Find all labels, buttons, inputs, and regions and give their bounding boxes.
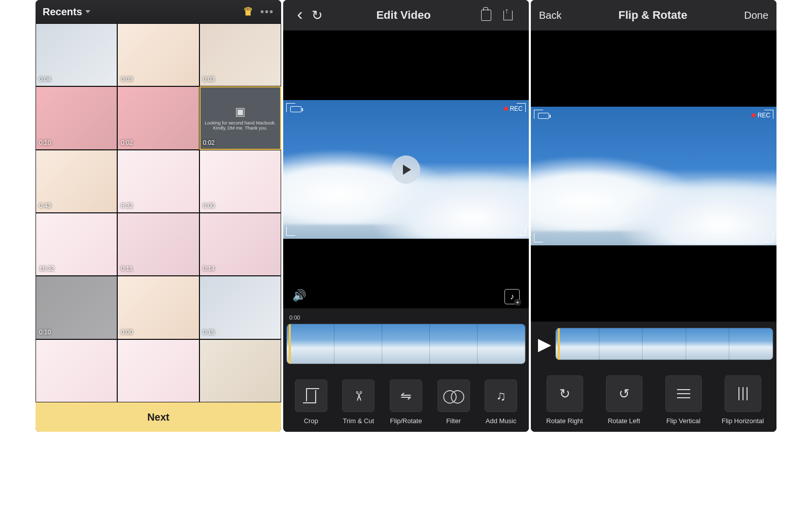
thumb-duration: 0:04 (39, 76, 51, 83)
tool-flip-vertical[interactable]: Flip Vertical (661, 375, 706, 425)
thumb-duration: 0:00 (121, 329, 132, 336)
gallery-thumb[interactable]: 0:10 (36, 276, 117, 339)
tool-filter[interactable]: Filter (433, 379, 475, 425)
tool-label: Crop (304, 417, 318, 425)
thumb-duration: 8:00 (203, 202, 215, 209)
thumb-duration: 0:15 (203, 329, 215, 336)
tool-label: Rotate Left (608, 417, 640, 425)
gallery-thumb[interactable]: 8:00 (199, 150, 281, 213)
video-preview[interactable]: REC 🔊 ♪ (283, 30, 529, 308)
timeline-cursor[interactable] (289, 324, 291, 364)
thumb-duration: 0:10 (39, 139, 51, 146)
next-button[interactable]: Next (36, 402, 281, 432)
thumb-duration: 0:43 (39, 202, 51, 209)
add-music-icon[interactable]: ♪ (504, 289, 520, 304)
thumb-duration: 0:02 (203, 139, 215, 146)
tool-label: Rotate Right (546, 417, 583, 425)
edit-tool-row: CropTrim & CutFlip/RotateFilterAdd Music (283, 368, 529, 432)
tool-label: Flip Horizontal (722, 417, 764, 425)
battery-icon (538, 113, 549, 119)
timeline[interactable] (286, 324, 526, 364)
battery-icon (290, 106, 301, 112)
panel-edit-video: Edit Video REC 🔊 ♪ 0:00 Cro (283, 0, 529, 432)
tool-rotate-right[interactable]: Rotate Right (543, 375, 587, 425)
tool-label: Flip Vertical (666, 417, 700, 425)
thumb-duration: 0:03 (121, 76, 132, 83)
flip-icon (400, 388, 412, 404)
timeline-area: 0:00 (283, 308, 529, 368)
app-three-panel-layout: Recents ♛ ••• 0:040:030:020:100:02▣Looki… (36, 0, 776, 432)
fr-timeline-area: ▶ (531, 322, 776, 364)
crown-premium-icon[interactable]: ♛ (243, 5, 253, 18)
thumb-duration: 0:14 (203, 265, 215, 272)
thumb-duration: 0:10 (39, 329, 51, 336)
bag-icon[interactable] (481, 10, 498, 21)
album-title: Recents (43, 6, 82, 18)
gallery-thumb[interactable]: 0:04 (36, 23, 117, 86)
edit-topbar: Edit Video (283, 0, 529, 30)
volume-icon[interactable]: 🔊 (292, 289, 306, 304)
thumb-duration: 8:32 (121, 202, 132, 209)
tool-flip-horizontal[interactable]: Flip Horizontal (721, 375, 765, 425)
gallery-thumb[interactable]: 0:03 (117, 23, 199, 86)
gallery-thumb[interactable]: 0:00 (117, 276, 199, 339)
gallery-thumb[interactable] (36, 339, 117, 402)
rotl-icon (619, 386, 630, 402)
panel-gallery: Recents ♛ ••• 0:040:030:020:100:02▣Looki… (36, 0, 281, 432)
reload-icon[interactable] (309, 8, 326, 23)
filter-icon (443, 388, 465, 404)
gallery-thumb[interactable]: 0:15 (199, 276, 281, 339)
thumb-duration: 0:02 (203, 76, 215, 83)
gallery-thumb[interactable] (117, 339, 199, 402)
video-frame: REC (283, 100, 529, 238)
gallery-thumb[interactable]: 0:02 (199, 23, 281, 86)
fr-timeline-cursor[interactable] (558, 328, 560, 360)
gallery-header: Recents ♛ ••• (36, 0, 281, 23)
fr-timeline[interactable] (555, 328, 773, 360)
gallery-thumb[interactable]: 0:11 (117, 213, 199, 276)
tool-label: Flip/Rotate (390, 417, 422, 425)
rotr-icon (559, 386, 570, 402)
tool-label: Add Music (486, 417, 517, 425)
thumb-duration: 16:32 (39, 265, 54, 272)
cut-icon (353, 388, 364, 404)
edit-title: Edit Video (326, 9, 481, 22)
back-icon[interactable] (291, 8, 309, 23)
chevron-down-icon (85, 10, 90, 13)
tool-rotate-left[interactable]: Rotate Left (602, 375, 647, 425)
gallery-thumb[interactable] (199, 339, 281, 402)
tool-label: Filter (446, 417, 461, 425)
tool-flip-rotate[interactable]: Flip/Rotate (385, 379, 427, 425)
crop-icon (303, 390, 319, 401)
rec-indicator: REC (752, 112, 770, 119)
play-button[interactable] (392, 155, 420, 184)
tool-crop[interactable]: Crop (290, 379, 332, 425)
gallery-thumb[interactable]: 0:14 (199, 213, 281, 276)
tool-add-music[interactable]: Add Music (480, 379, 522, 425)
rec-indicator: REC (504, 105, 523, 112)
flipv-icon (677, 393, 690, 394)
share-icon[interactable] (503, 11, 521, 20)
done-button[interactable]: Done (744, 10, 768, 21)
gallery-thumb[interactable]: 0:10 (36, 86, 117, 149)
fr-tool-row: Rotate RightRotate LeftFlip VerticalFlip… (531, 364, 776, 432)
gallery-thumb[interactable]: 8:32 (117, 150, 199, 213)
more-menu-icon[interactable]: ••• (260, 6, 274, 18)
play-icon[interactable]: ▶ (538, 334, 551, 354)
gallery-thumb[interactable]: 0:43 (36, 150, 117, 213)
thumb-duration: 0:11 (121, 265, 132, 272)
gallery-grid: 0:040:030:020:100:02▣Looking for second … (36, 23, 281, 402)
fr-title: Flip & Rotate (561, 9, 744, 22)
music-icon (496, 388, 506, 404)
panel-flip-rotate: Back Flip & Rotate Done REC ▶ Rotate Rig… (531, 0, 776, 432)
gallery-thumb[interactable]: ▣Looking for second hand Macbook.Kindly,… (199, 86, 281, 149)
gallery-thumb[interactable]: 16:32 (36, 213, 117, 276)
gallery-thumb[interactable]: 0:02 (117, 86, 199, 149)
back-button[interactable]: Back (539, 10, 561, 21)
fliph-icon (742, 387, 743, 400)
tool-trim-cut[interactable]: Trim & Cut (337, 379, 379, 425)
thumb-duration: 0:02 (121, 139, 132, 146)
fr-preview[interactable]: REC (531, 30, 776, 322)
album-picker[interactable]: Recents (43, 6, 90, 18)
timeline-timestamp: 0:00 (289, 314, 526, 321)
